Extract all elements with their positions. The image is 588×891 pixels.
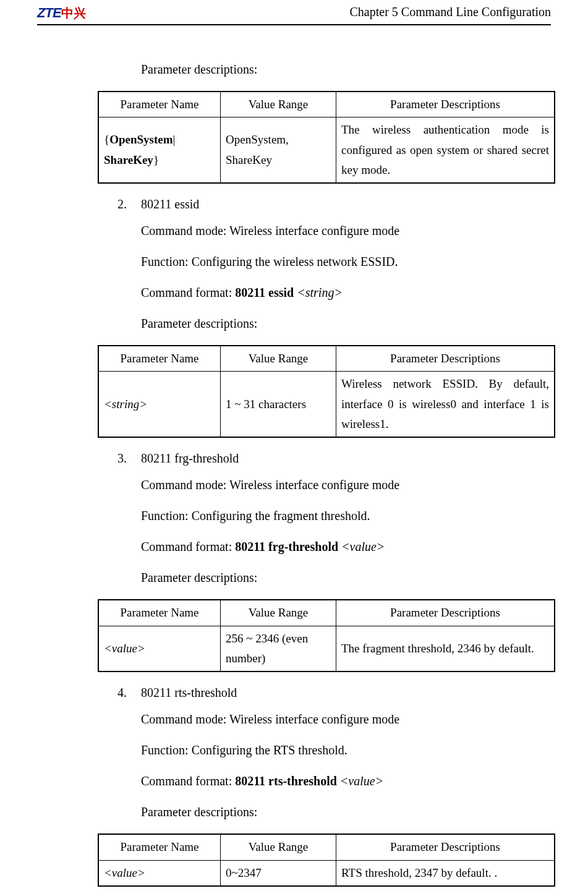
cell-desc: The fragment threshold, 2346 by default. [336,626,555,671]
cell-range: OpenSystem, ShareKey [221,117,336,183]
function: Function: Configuring the RTS threshold. [141,741,551,759]
param-desc-label: Parameter descriptions: [141,568,551,587]
list-number: 2. [117,197,141,211]
command-format: Command format: 80211 essid <string> [141,283,551,302]
section-rts: 4. 80211 rts-threshold [117,686,551,700]
cell-range: 0~2347 [221,860,336,886]
cell-range: 256 ~ 2346 (even number) [221,626,336,671]
th-name: Parameter Name [98,834,221,860]
chapter-title: Chapter 5 Command Line Configuration [350,5,552,19]
cell-name: <value> [98,626,221,671]
page-header: ZTE中兴 Chapter 5 Command Line Configurati… [37,5,551,22]
param-desc-label: Parameter descriptions: [141,803,551,821]
logo-en: ZTE [37,5,61,20]
command-mode: Command mode: Wireless interface configu… [141,221,551,240]
th-name: Parameter Name [98,600,221,626]
cell-range: 1 ~ 31 characters [221,372,336,437]
param-table-rts: Parameter Name Value Range Parameter Des… [98,833,555,887]
cell-desc: RTS threshold, 2347 by default. . [336,860,555,886]
list-number: 4. [117,686,141,700]
command-format: Command format: 80211 frg-threshold <val… [141,537,551,556]
th-range: Value Range [221,834,336,860]
section-frg: 3. 80211 frg-threshold [117,451,551,466]
th-name: Parameter Name [98,346,221,372]
function: Function: Configuring the fragment thres… [141,506,551,525]
param-table-essid: Parameter Name Value Range Parameter Des… [98,345,555,438]
cell-name: <string> [98,372,221,437]
table-row: <string> 1 ~ 31 characters Wireless netw… [98,372,555,437]
cell-desc: Wireless network ESSID. By default, inte… [336,372,555,437]
function: Function: Configuring the wireless netwo… [141,252,551,271]
table-row: <value> 0~2347 RTS threshold, 2347 by de… [98,860,555,886]
command-format: Command format: 80211 rts-threshold <val… [141,772,551,790]
th-desc: Parameter Descriptions [336,834,555,860]
th-desc: Parameter Descriptions [336,600,555,626]
intro-paragraph: Parameter descriptions: [141,60,551,79]
param-table-frg: Parameter Name Value Range Parameter Des… [98,599,555,672]
cell-desc: The wireless authentication mode is conf… [336,117,555,183]
table-row: {OpenSystem| ShareKey} OpenSystem, Share… [98,117,555,183]
command-mode: Command mode: Wireless interface configu… [141,475,551,494]
th-desc: Parameter Descriptions [336,92,555,117]
table-row: <value> 256 ~ 2346 (even number) The fra… [98,626,555,671]
list-title: 80211 frg-threshold [141,451,551,466]
list-number: 3. [117,451,141,466]
param-table-auth: Parameter Name Value Range Parameter Des… [98,91,555,184]
th-range: Value Range [221,346,336,372]
logo: ZTE中兴 [37,5,86,22]
logo-cn: 中兴 [61,6,86,20]
th-desc: Parameter Descriptions [336,346,555,372]
th-name: Parameter Name [98,92,221,117]
list-title: 80211 essid [141,197,551,211]
cell-name: <value> [98,860,221,886]
th-range: Value Range [221,92,336,117]
param-desc-label: Parameter descriptions: [141,314,551,333]
page: ZTE中兴 Chapter 5 Command Line Configurati… [0,5,588,891]
content: Parameter descriptions: Parameter Name V… [37,60,551,891]
list-title: 80211 rts-threshold [141,686,551,700]
th-range: Value Range [221,600,336,626]
header-rule [37,24,551,25]
section-essid: 2. 80211 essid [117,197,551,211]
command-mode: Command mode: Wireless interface configu… [141,710,551,728]
cell-name: {OpenSystem| ShareKey} [98,117,221,183]
